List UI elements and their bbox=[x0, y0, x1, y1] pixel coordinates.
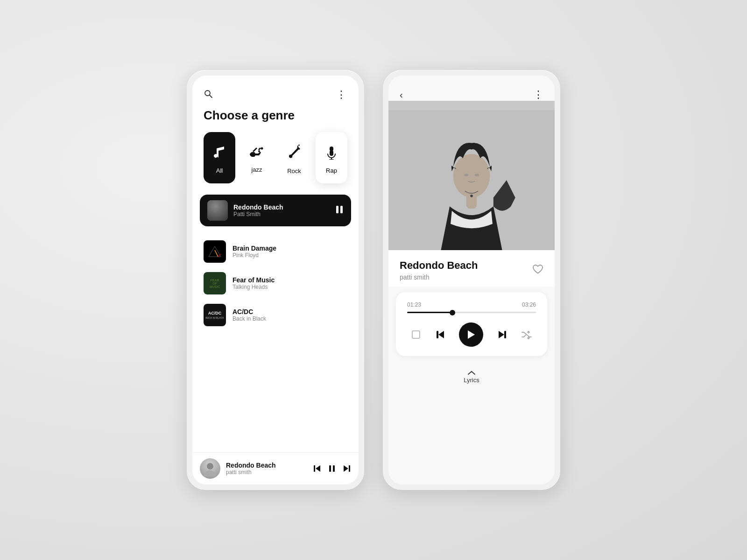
heart-button[interactable] bbox=[532, 264, 543, 277]
mini-player-title: Redondo Beach bbox=[226, 462, 307, 469]
current-time: 01:23 bbox=[407, 301, 421, 308]
total-time: 03:26 bbox=[522, 301, 536, 308]
svg-point-3 bbox=[258, 150, 260, 152]
svg-rect-28 bbox=[412, 331, 420, 338]
song-detail-section: Redondo Beach patti smith bbox=[388, 250, 555, 287]
player-controls-row bbox=[407, 322, 536, 347]
genre-section-title: Choose a genre bbox=[192, 108, 359, 132]
left-header: ⋮ bbox=[192, 76, 359, 108]
acdc-sub-text: BACK IN BLACK bbox=[205, 316, 224, 319]
svg-point-26 bbox=[475, 174, 479, 176]
genre-jazz-label: jazz bbox=[251, 166, 262, 173]
svg-rect-30 bbox=[437, 331, 438, 338]
progress-thumb[interactable] bbox=[450, 310, 455, 315]
acdc-logo-text: AC/DC bbox=[208, 311, 222, 316]
mini-next-button[interactable] bbox=[343, 464, 351, 473]
genre-card-rock[interactable]: Rock bbox=[278, 132, 310, 183]
lyrics-label: Lyrics bbox=[464, 377, 479, 384]
now-playing-info: Redondo Beach Patti Smith bbox=[233, 203, 330, 217]
acdc-thumbnail: AC/DC BACK IN BLACK bbox=[204, 304, 226, 326]
acdc-title: AC/DC bbox=[233, 308, 347, 315]
svg-point-0 bbox=[205, 91, 210, 96]
lyrics-section[interactable]: Lyrics bbox=[388, 362, 555, 391]
song-detail-row: Redondo Beach patti smith bbox=[400, 259, 543, 281]
now-playing-bar[interactable]: Redondo Beach Patti Smith bbox=[200, 195, 351, 226]
mini-player: Redondo Beach patti smith bbox=[192, 452, 359, 484]
svg-line-1 bbox=[210, 95, 212, 98]
genre-card-rap[interactable]: Rap bbox=[316, 132, 347, 183]
fear-of-music-title: Fear of Music bbox=[233, 276, 347, 284]
genre-card-jazz[interactable]: jazz bbox=[241, 132, 273, 183]
svg-rect-17 bbox=[314, 465, 315, 472]
left-phone: ⋮ Choose a genre All bbox=[187, 70, 364, 490]
time-row: 01:23 03:26 bbox=[407, 301, 536, 308]
svg-rect-11 bbox=[340, 206, 343, 213]
svg-rect-33 bbox=[504, 331, 506, 338]
svg-point-25 bbox=[464, 174, 468, 176]
back-icon[interactable]: ‹ bbox=[400, 90, 403, 100]
mini-prev-button[interactable] bbox=[313, 464, 321, 473]
shuffle-button[interactable] bbox=[521, 329, 532, 340]
svg-point-27 bbox=[470, 195, 473, 197]
right-phone: ‹ ⋮ bbox=[383, 70, 560, 490]
mini-player-avatar bbox=[200, 458, 220, 479]
genre-card-all[interactable]: All bbox=[204, 132, 235, 183]
svg-marker-20 bbox=[344, 465, 348, 472]
svg-rect-18 bbox=[329, 465, 331, 472]
fear-of-music-thumbnail: FEAROFMUSIC bbox=[204, 272, 226, 294]
mini-player-info: Redondo Beach patti smith bbox=[226, 462, 307, 476]
patti-smith-image bbox=[388, 101, 555, 250]
lyrics-chevron-icon bbox=[467, 369, 476, 377]
mini-pause-button[interactable] bbox=[328, 464, 336, 473]
repeat-button[interactable] bbox=[411, 329, 421, 340]
genre-rap-label: Rap bbox=[326, 167, 337, 174]
brain-damage-info: Brain Damage Pink Floyd bbox=[233, 245, 347, 259]
svg-rect-10 bbox=[336, 206, 338, 213]
genre-rock-label: Rock bbox=[287, 168, 301, 175]
svg-rect-19 bbox=[333, 465, 335, 472]
svg-rect-5 bbox=[297, 146, 298, 147]
microphone-icon bbox=[325, 145, 338, 163]
svg-point-24 bbox=[453, 154, 490, 198]
song-item-acdc[interactable]: AC/DC BACK IN BLACK AC/DC Back in Black bbox=[200, 299, 351, 331]
brain-damage-thumbnail bbox=[204, 240, 226, 263]
song-item-fear-of-music[interactable]: FEAROFMUSIC Fear of Music Talking Heads bbox=[200, 267, 351, 299]
progress-fill bbox=[407, 312, 452, 313]
play-button[interactable] bbox=[459, 322, 483, 347]
next-button[interactable] bbox=[497, 329, 508, 340]
song-item-brain-damage[interactable]: Brain Damage Pink Floyd bbox=[200, 236, 351, 267]
progress-bar[interactable] bbox=[407, 312, 536, 313]
music-note-icon bbox=[213, 145, 226, 163]
genre-grid: All jazz bbox=[192, 132, 359, 195]
svg-marker-32 bbox=[499, 331, 504, 338]
now-playing-thumbnail bbox=[207, 200, 228, 221]
pause-button[interactable] bbox=[335, 205, 344, 217]
svg-point-15 bbox=[207, 463, 213, 469]
trumpet-icon bbox=[249, 145, 265, 162]
fear-of-music-artist: Talking Heads bbox=[233, 284, 347, 290]
svg-rect-21 bbox=[349, 465, 350, 472]
player-card: 01:23 03:26 bbox=[396, 292, 547, 356]
artist-photo bbox=[388, 101, 555, 250]
svg-marker-29 bbox=[438, 331, 444, 338]
song-detail-artist-text: patti smith bbox=[400, 273, 478, 281]
brain-damage-title: Brain Damage bbox=[233, 245, 347, 252]
right-header: ‹ ⋮ bbox=[388, 76, 555, 101]
th-art-text: FEAROFMUSIC bbox=[210, 279, 220, 288]
guitar-icon bbox=[287, 144, 301, 164]
song-list: Brain Damage Pink Floyd FEAROFMUSIC Fear… bbox=[192, 236, 359, 452]
svg-point-2 bbox=[261, 147, 263, 150]
acdc-artist: Back in Black bbox=[233, 315, 347, 322]
svg-rect-4 bbox=[298, 145, 300, 146]
right-more-icon[interactable]: ⋮ bbox=[533, 89, 543, 101]
now-playing-artist: Patti Smith bbox=[233, 211, 330, 217]
now-playing-title: Redondo Beach bbox=[233, 203, 330, 211]
more-menu-icon[interactable]: ⋮ bbox=[336, 89, 347, 101]
patti-mini-art bbox=[200, 458, 220, 479]
acdc-info: AC/DC Back in Black bbox=[233, 308, 347, 322]
prev-button[interactable] bbox=[435, 329, 446, 340]
brain-damage-artist: Pink Floyd bbox=[233, 252, 347, 259]
genre-all-label: All bbox=[216, 167, 223, 174]
mini-player-controls bbox=[313, 464, 351, 473]
search-icon[interactable] bbox=[204, 89, 213, 101]
